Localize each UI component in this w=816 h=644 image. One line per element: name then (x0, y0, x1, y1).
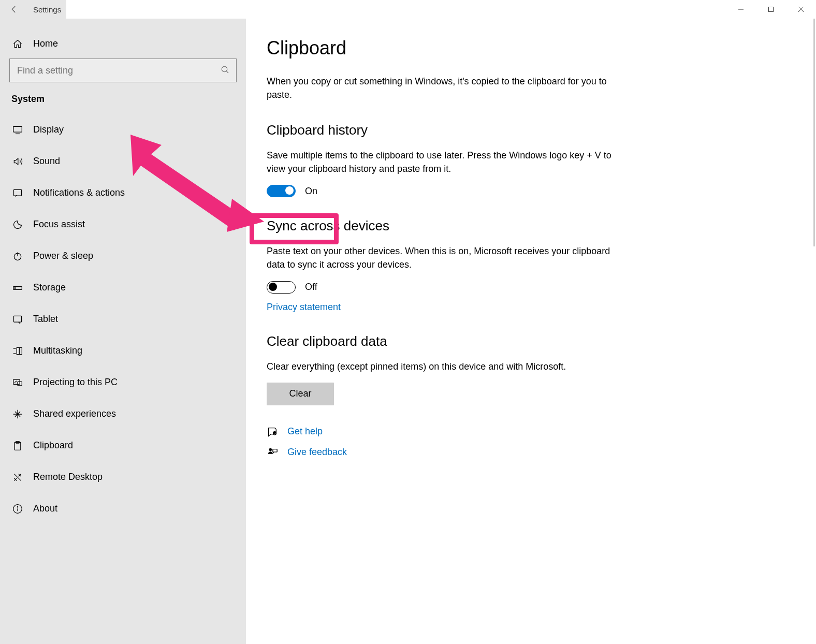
sidebar-home[interactable]: Home (0, 29, 246, 58)
help-icon: ? (267, 426, 278, 437)
sidebar-item-label: Remote Desktop (33, 472, 103, 482)
history-toggle-label: On (305, 186, 317, 197)
window-title: Settings (28, 0, 66, 19)
page-title: Clipboard (267, 37, 780, 59)
sidebar-item-power[interactable]: Power & sleep (0, 240, 246, 272)
sidebar-item-storage[interactable]: Storage (0, 272, 246, 303)
projecting-icon (11, 377, 24, 388)
sidebar-item-projecting[interactable]: Projecting to this PC (0, 367, 246, 398)
svg-rect-6 (13, 126, 22, 132)
sync-toggle-label: Off (305, 282, 317, 292)
svg-rect-1 (769, 7, 774, 12)
sidebar-item-label: Display (33, 124, 64, 135)
home-icon (11, 39, 24, 49)
sidebar-section-heading: System (0, 94, 246, 114)
clear-heading: Clear clipboard data (267, 333, 629, 349)
maximize-button[interactable] (756, 0, 786, 19)
svg-point-12 (14, 287, 16, 288)
back-button[interactable] (0, 0, 28, 19)
svg-rect-28 (273, 449, 277, 452)
svg-point-24 (17, 506, 18, 507)
sync-toggle[interactable] (267, 281, 296, 294)
search-box[interactable] (9, 58, 237, 82)
feedback-icon (267, 447, 278, 458)
history-text: Save multiple items to the clipboard to … (267, 149, 629, 175)
svg-text:?: ? (274, 432, 275, 435)
feedback-link[interactable]: Give feedback (287, 447, 347, 458)
focus-assist-icon (11, 219, 24, 230)
sync-text: Paste text on your other devices. When t… (267, 244, 629, 271)
intro-text: When you copy or cut something in Window… (267, 75, 629, 101)
storage-icon (11, 283, 24, 293)
sidebar-item-label: Shared experiences (33, 408, 116, 419)
display-icon (11, 125, 24, 135)
clear-button[interactable]: Clear (267, 383, 334, 405)
svg-point-4 (222, 66, 227, 72)
sidebar: Home System Display Sound (0, 19, 246, 644)
svg-point-27 (269, 448, 272, 451)
content: Clipboard When you copy or cut something… (246, 19, 816, 644)
sidebar-nav: Display Sound Notifications & actions Fo… (0, 114, 246, 524)
sidebar-item-shared-experiences[interactable]: Shared experiences (0, 398, 246, 430)
sidebar-home-label: Home (33, 38, 58, 49)
svg-rect-8 (14, 189, 22, 196)
sound-icon (11, 156, 24, 167)
sync-heading: Sync across devices (267, 218, 629, 234)
close-button[interactable] (786, 0, 816, 19)
sidebar-item-notifications[interactable]: Notifications & actions (0, 177, 246, 209)
sidebar-item-label: Tablet (33, 314, 58, 325)
search-icon (221, 65, 230, 76)
privacy-link[interactable]: Privacy statement (267, 302, 341, 312)
shared-experiences-icon (11, 409, 24, 419)
sidebar-item-label: About (33, 503, 57, 514)
history-toggle[interactable] (267, 185, 296, 197)
tablet-icon (11, 314, 24, 325)
sidebar-item-label: Projecting to this PC (33, 377, 118, 388)
sidebar-item-label: Multitasking (33, 345, 82, 356)
sidebar-item-multitasking[interactable]: Multitasking (0, 335, 246, 367)
clear-text: Clear everything (except pinned items) o… (267, 360, 629, 373)
sidebar-item-sound[interactable]: Sound (0, 145, 246, 177)
titlebar: Settings (0, 0, 816, 19)
about-icon (11, 504, 24, 514)
minimize-button[interactable] (726, 0, 756, 19)
sidebar-item-display[interactable]: Display (0, 114, 246, 145)
sidebar-item-tablet[interactable]: Tablet (0, 303, 246, 335)
sidebar-item-about[interactable]: About (0, 493, 246, 524)
remote-desktop-icon (11, 472, 24, 482)
sidebar-item-label: Notifications & actions (33, 187, 125, 198)
clipboard-icon (11, 441, 24, 451)
sidebar-item-label: Clipboard (33, 440, 73, 451)
svg-rect-13 (14, 316, 22, 322)
multitasking-icon (11, 346, 24, 356)
sidebar-item-label: Storage (33, 282, 66, 293)
sidebar-item-label: Focus assist (33, 219, 85, 230)
sidebar-item-remote-desktop[interactable]: Remote Desktop (0, 461, 246, 493)
sidebar-item-focus-assist[interactable]: Focus assist (0, 209, 246, 240)
history-heading: Clipboard history (267, 122, 629, 138)
search-input[interactable] (16, 65, 221, 77)
scrollbar-thumb[interactable] (813, 19, 815, 246)
sidebar-item-clipboard[interactable]: Clipboard (0, 430, 246, 461)
sidebar-item-label: Sound (33, 156, 60, 167)
sidebar-item-label: Power & sleep (33, 251, 93, 261)
power-icon (11, 251, 24, 261)
notifications-icon (11, 188, 24, 198)
svg-line-5 (226, 71, 228, 73)
get-help-link[interactable]: Get help (287, 426, 323, 437)
